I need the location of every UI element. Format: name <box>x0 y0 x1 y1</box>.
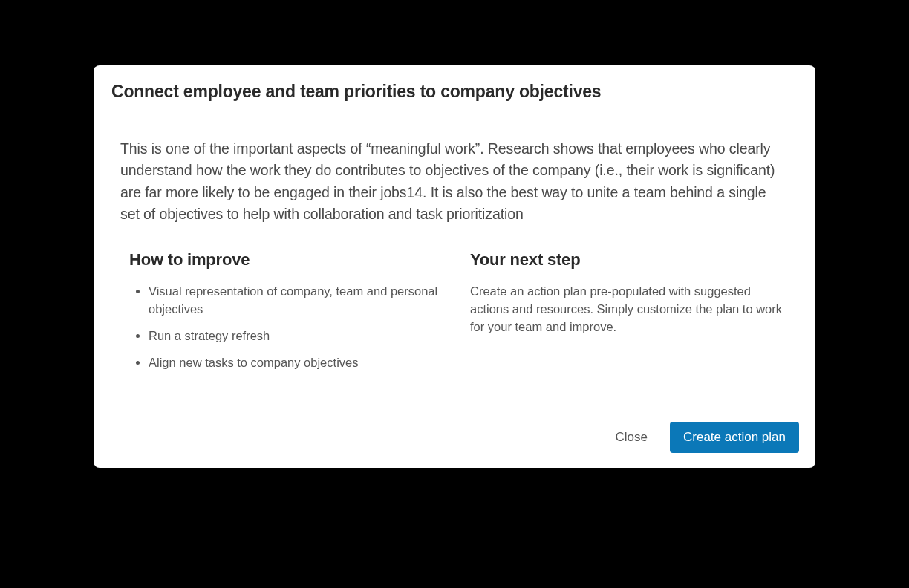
list-item: Run a strategy refresh <box>149 327 448 345</box>
next-step-column: Your next step Create an action plan pre… <box>470 250 789 381</box>
modal-body: This is one of the important aspects of … <box>94 117 815 408</box>
modal-dialog: Connect employee and team priorities to … <box>94 65 815 468</box>
close-button[interactable]: Close <box>611 424 652 451</box>
modal-title: Connect employee and team priorities to … <box>111 82 795 102</box>
list-item: Visual representation of company, team a… <box>149 283 448 318</box>
two-column-layout: How to improve Visual representation of … <box>120 250 789 381</box>
list-item: Align new tasks to company objectives <box>149 354 448 372</box>
next-step-body: Create an action plan pre-populated with… <box>470 283 789 336</box>
create-action-plan-button[interactable]: Create action plan <box>670 422 799 453</box>
intro-paragraph: This is one of the important aspects of … <box>120 138 789 225</box>
how-to-improve-column: How to improve Visual representation of … <box>129 250 448 381</box>
modal-header: Connect employee and team priorities to … <box>94 65 815 117</box>
how-to-improve-heading: How to improve <box>129 250 448 270</box>
improve-list: Visual representation of company, team a… <box>129 283 448 372</box>
next-step-heading: Your next step <box>470 250 789 270</box>
modal-footer: Close Create action plan <box>94 408 815 468</box>
